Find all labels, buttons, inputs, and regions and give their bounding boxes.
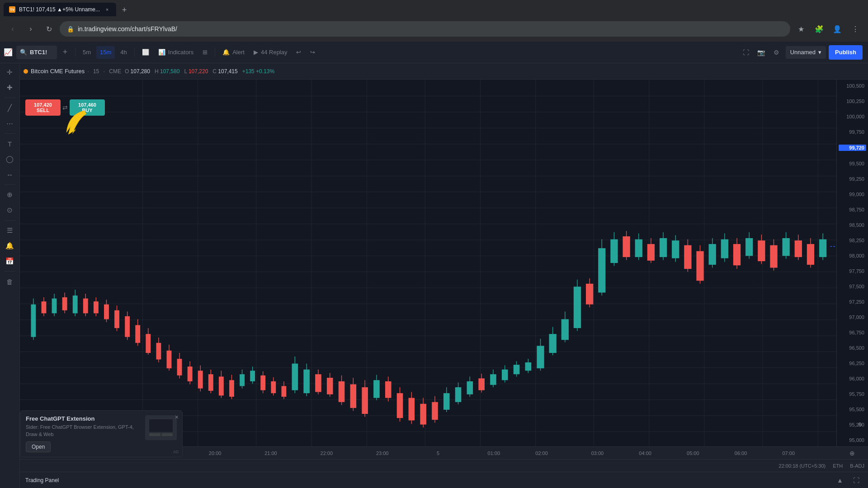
alert-icon: 🔔 — [222, 49, 230, 56]
ad-close-button[interactable]: × — [175, 413, 179, 421]
search-icon: 🔍 — [20, 49, 27, 56]
measure-tool[interactable]: ↔ — [3, 167, 17, 182]
trading-panel-maximize-icon[interactable]: ⛶ — [850, 474, 863, 487]
extensions-button[interactable]: 🧩 — [812, 22, 826, 36]
trend-line-tool[interactable]: ╱ — [3, 101, 17, 115]
calendar-tool[interactable]: 📅 — [3, 254, 17, 268]
shapes-tool[interactable]: ◯ — [3, 152, 17, 166]
indicators-button[interactable]: 📊 Indicators — [155, 46, 197, 59]
unnamed-label: Unnamed — [790, 49, 816, 56]
status-badge: B-ADJ — [850, 463, 864, 469]
order-arrow-icon: ⇄ — [62, 104, 68, 111]
templates-icon: ⊞ — [203, 49, 208, 56]
zoom-tool[interactable]: ⊕ — [3, 188, 17, 202]
status-right: 22:00:18 (UTC+5:30) ETH B-ADJ — [779, 463, 864, 469]
status-timestamp: 22:00:18 (UTC+5:30) — [779, 463, 826, 469]
symbol-info: Bitcoin CME Futures · 15 · CME — [24, 68, 121, 75]
alert-label: Alert — [232, 49, 245, 56]
trading-panel-title: Trading Panel — [25, 477, 59, 483]
interval-15m-button[interactable]: 15m — [96, 46, 115, 59]
time-label-0400: 04:00 — [639, 450, 651, 456]
chevron-down-icon: ▾ — [818, 49, 821, 56]
buy-price: 107,460 — [78, 102, 96, 108]
interval-4h-button[interactable]: 4h — [117, 46, 130, 59]
time-label-2100: 21:00 — [264, 450, 277, 456]
replay-button[interactable]: ▶ 44 Replay — [250, 46, 291, 59]
toolbar-sep-1 — [5, 98, 15, 98]
status-currency: ETH — [833, 463, 843, 469]
tab-close-button[interactable]: × — [104, 6, 111, 13]
chart-type-button[interactable]: ⬜ — [138, 46, 153, 59]
ohlc-low: L 107,220 — [184, 68, 208, 75]
time-axis-settings-icon[interactable]: ⊕ — [846, 447, 859, 460]
trading-panel-collapse-icon[interactable]: ▲ — [834, 474, 846, 487]
undo-button[interactable]: ↩ — [292, 46, 305, 59]
fib-tool[interactable]: ⋯ — [3, 116, 17, 131]
ad-content: Free ChatGPT Extension Sider: Free ChatG… — [26, 415, 141, 452]
watchlist-tool[interactable]: ☰ — [3, 223, 17, 238]
toolbar-sep-3 — [5, 184, 15, 185]
lock-icon: 🔒 — [67, 26, 74, 33]
ad-title: Free ChatGPT Extension — [26, 415, 141, 422]
price-axis-settings-icon[interactable]: ⊕ — [854, 418, 866, 431]
ohlc-close: C 107,415 — [212, 68, 237, 75]
indicators-icon: 📊 — [158, 49, 165, 56]
low-value: 107,220 — [189, 68, 208, 75]
alerts-tool[interactable]: 🔔 — [3, 239, 17, 253]
price-95000: 95,000 — [839, 437, 866, 443]
change-pct-value: +0.13% — [256, 68, 274, 75]
unnamed-save-button[interactable]: Unnamed ▾ — [786, 46, 826, 59]
alert-button[interactable]: 🔔 Alert — [219, 46, 248, 59]
price-97750: 97,750 — [839, 268, 866, 274]
sell-button[interactable]: 107,420 SELL — [25, 99, 61, 116]
reload-button[interactable]: ↻ — [42, 22, 56, 36]
price-100250: 100,250 — [839, 99, 866, 104]
ohlc-open: O 107,280 — [125, 68, 150, 75]
price-96250: 96,250 — [839, 361, 866, 366]
header-separator-3 — [215, 48, 215, 57]
time-axis-right: ⊕ — [836, 447, 868, 460]
toolbar-sep-2 — [5, 133, 15, 134]
forward-button[interactable]: › — [24, 22, 38, 36]
open-value: 107,280 — [131, 68, 150, 75]
bookmarks-button[interactable]: ★ — [794, 22, 808, 36]
active-tab[interactable]: TV BTC1! 107,415 ▲+5% Unname... × — [4, 3, 116, 16]
ad-banner: Free ChatGPT Extension Sider: Free ChatG… — [20, 410, 183, 457]
price-99500: 99,500 — [839, 161, 866, 166]
symbol-exchange: CME — [109, 68, 121, 75]
fullscreen-button[interactable]: ⛶ — [740, 46, 752, 59]
trash-tool[interactable]: 🗑 — [3, 274, 17, 289]
snapshot-button[interactable]: 📷 — [755, 46, 768, 59]
crosshair-tool[interactable]: ✚ — [3, 80, 17, 95]
price-99750: 99,750 — [839, 129, 866, 135]
redo-button[interactable]: ↪ — [307, 46, 319, 59]
price-97250: 97,250 — [839, 299, 866, 305]
text-tool[interactable]: T — [3, 136, 17, 151]
symbol-search-box[interactable]: 🔍 BTC1! — [16, 46, 57, 59]
more-button[interactable]: ⋮ — [848, 22, 863, 36]
chart-plot[interactable]: 107,420 SELL ⇄ 107,460 BUY — [20, 80, 836, 446]
ad-open-button[interactable]: Open — [26, 441, 51, 452]
symbol-text: BTC1! — [30, 49, 47, 56]
templates-button[interactable]: ⊞ — [199, 46, 211, 59]
chart-symbol-bar: Bitcoin CME Futures · 15 · CME O 107,280… — [20, 63, 868, 80]
address-bar[interactable]: 🔒 in.tradingview.com/chart/sFRYlvaB/ — [60, 21, 790, 37]
cursor-tool[interactable]: ✛ — [3, 65, 17, 80]
publish-button[interactable]: Publish — [829, 45, 863, 60]
settings-button[interactable]: ⚙ — [770, 46, 783, 59]
ad-image — [145, 415, 177, 440]
buy-button[interactable]: 107,460 BUY — [70, 99, 105, 116]
chart-type-icon: ⬜ — [142, 49, 149, 56]
time-label-0300: 03:00 — [591, 450, 604, 456]
add-symbol-button[interactable]: + — [59, 46, 71, 59]
browser-toolbar: ‹ › ↻ 🔒 in.tradingview.com/chart/sFRYlva… — [0, 16, 868, 42]
time-label-0600: 06:00 — [735, 450, 747, 456]
back-button[interactable]: ‹ — [5, 22, 20, 36]
interval-5m-button[interactable]: 5m — [79, 46, 94, 59]
svg-rect-179 — [162, 433, 173, 436]
price-97500: 97,500 — [839, 284, 866, 289]
new-tab-button[interactable]: + — [118, 4, 131, 16]
magnet-tool[interactable]: ⊙ — [3, 203, 17, 217]
profile-button[interactable]: 👤 — [830, 22, 844, 36]
header-separator-1 — [75, 48, 75, 57]
